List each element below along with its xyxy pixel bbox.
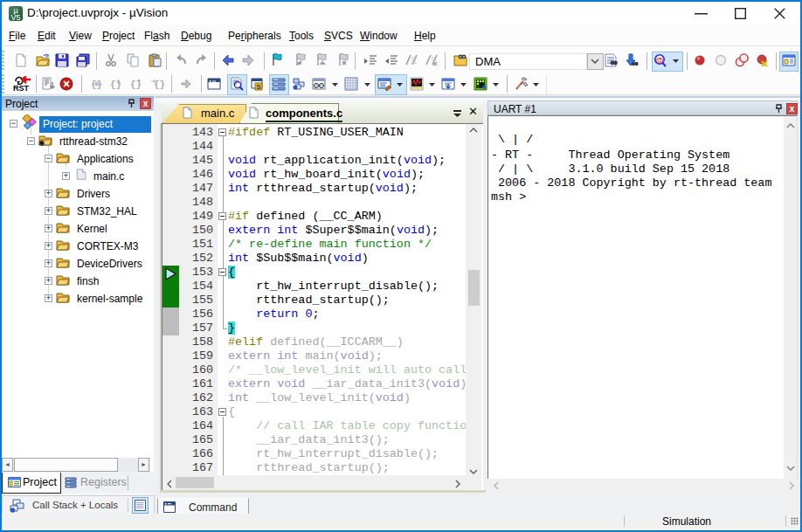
svg-text:{}: {}	[110, 79, 121, 90]
svg-text:RST: RST	[13, 84, 30, 92]
svg-text:✱: ✱	[38, 139, 45, 146]
svg-text:S: S	[256, 83, 261, 91]
svg-text:@: @	[655, 55, 663, 65]
